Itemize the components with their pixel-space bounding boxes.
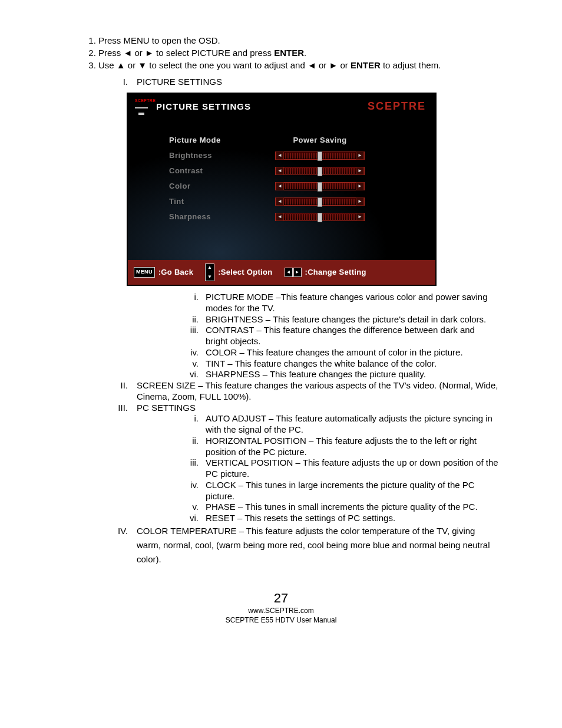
- main-ordered-list: Press MENU to open the OSD. Press ◄ or ►…: [63, 35, 499, 71]
- slider-thumb[interactable]: [318, 197, 322, 207]
- slider-left-arrow-icon[interactable]: ◄: [276, 167, 284, 175]
- slider-right-arrow-icon[interactable]: ►: [356, 197, 364, 206]
- contrast-desc: CONTRAST – This feature changes the diff…: [206, 325, 499, 347]
- slider-right-arrow-icon[interactable]: ►: [356, 151, 364, 160]
- osd-title: PICTURE SETTINGS: [156, 101, 251, 113]
- picture-sub-list: i.PICTURE MODE –This feature changes var…: [181, 292, 499, 380]
- osd-picture-mode-label: Picture Mode: [169, 136, 275, 145]
- vpos-desc: VERTICAL POSITION – This feature adjusts…: [206, 457, 499, 480]
- up-down-key-icon: ▲▼: [205, 263, 214, 281]
- osd-brand-logo: SCEPTRE: [368, 100, 426, 113]
- sub-num: vi.: [181, 369, 206, 380]
- left-right-key-icon: ◄►: [285, 268, 302, 277]
- sub-num: v.: [181, 502, 206, 513]
- sub-num: i.: [181, 413, 206, 436]
- roman-I-label: PICTURE SETTINGS: [137, 77, 499, 88]
- page-content: Press MENU to open the OSD. Press ◄ or ►…: [63, 35, 499, 625]
- step-2-text-a: Press ◄ or ► to select PICTURE and press: [98, 48, 274, 58]
- roman-II-text: SCREEN SIZE – This feature changes the v…: [137, 380, 499, 403]
- roman-II-num: II.: [98, 380, 137, 403]
- osd-sharpness-label: Sharpness: [169, 212, 275, 222]
- clock-desc: CLOCK – This tunes in large increments t…: [206, 480, 499, 502]
- osd-sharpness-slider[interactable]: ◄ ►: [275, 213, 365, 221]
- roman-II: II. SCREEN SIZE – This feature changes t…: [98, 380, 499, 403]
- osd-select-label: :Select Option: [218, 268, 272, 277]
- osd-tint-slider[interactable]: ◄ ►: [275, 197, 365, 206]
- roman-III: III. PC SETTINGS: [98, 403, 499, 414]
- picture-mode-desc: PICTURE MODE –This feature changes vario…: [206, 292, 499, 314]
- slider-left-arrow-icon[interactable]: ◄: [276, 151, 284, 160]
- osd-color-row[interactable]: Color ◄ ►: [169, 179, 421, 194]
- osd-contrast-row[interactable]: Contrast ◄ ►: [169, 163, 421, 179]
- footer-url: www.SCEPTRE.com: [63, 607, 499, 616]
- roman-I-num: I.: [98, 77, 137, 88]
- osd-color-slider[interactable]: ◄ ►: [275, 182, 365, 190]
- roman-list: I. PICTURE SETTINGS SCEPTRE PICTURE SETT…: [63, 77, 499, 566]
- osd-tint-row[interactable]: Tint ◄ ►: [169, 194, 421, 209]
- sub-num: v.: [181, 358, 206, 370]
- step-3-text-a: Use ▲ or ▼ to select the one you want to…: [98, 60, 351, 70]
- step-1: Press MENU to open the OSD.: [98, 35, 499, 47]
- sub-num: i.: [181, 292, 206, 314]
- slider-left-arrow-icon[interactable]: ◄: [276, 182, 284, 190]
- slider-thumb[interactable]: [318, 151, 322, 161]
- roman-IV-text: COLOR TEMPERATURE – This feature adjusts…: [137, 524, 499, 566]
- menu-key-icon: MENU: [134, 267, 155, 278]
- pc-sub-list: i.AUTO ADJUST – This feature automatical…: [181, 413, 499, 524]
- sub-num: iii.: [181, 457, 206, 480]
- step-3-enter: ENTER: [351, 60, 381, 70]
- osd-brightness-slider[interactable]: ◄ ►: [275, 151, 365, 160]
- osd-tint-label: Tint: [169, 197, 275, 206]
- step-2: Press ◄ or ► to select PICTURE and press…: [98, 48, 499, 59]
- sub-num: iii.: [181, 325, 206, 347]
- osd-picture-mode-row[interactable]: Picture Mode Power Saving: [169, 133, 421, 148]
- roman-I: I. PICTURE SETTINGS: [98, 77, 499, 88]
- sub-num: iv.: [181, 480, 206, 502]
- color-desc: COLOR – This feature changes the amount …: [206, 347, 499, 358]
- slider-thumb[interactable]: [318, 167, 322, 176]
- page-footer: 27 www.SCEPTRE.com SCEPTRE E55 HDTV User…: [63, 590, 499, 625]
- osd-contrast-label: Contrast: [169, 166, 275, 176]
- step-2-text-c: .: [304, 48, 306, 58]
- brightness-desc: BRIGHTNESS – This feature changes the pi…: [206, 314, 499, 325]
- slider-right-arrow-icon[interactable]: ►: [356, 167, 364, 175]
- osd-brightness-row[interactable]: Brightness ◄ ►: [169, 148, 421, 163]
- osd-contrast-slider[interactable]: ◄ ►: [275, 167, 365, 175]
- page-number: 27: [63, 590, 499, 607]
- sharpness-desc: SHARPNESS – This feature changes the pic…: [206, 369, 499, 380]
- tint-desc: TINT – This feature changes the white ba…: [206, 358, 499, 370]
- osd-color-label: Color: [169, 182, 275, 191]
- footer-manual: SCEPTRE E55 HDTV User Manual: [63, 616, 499, 625]
- sub-num: vi.: [181, 513, 206, 524]
- slider-right-arrow-icon[interactable]: ►: [356, 182, 364, 190]
- osd-header: SCEPTRE PICTURE SETTINGS SCEPTRE: [128, 94, 435, 120]
- slider-left-arrow-icon[interactable]: ◄: [276, 213, 284, 221]
- slider-right-arrow-icon[interactable]: ►: [356, 213, 364, 221]
- auto-adjust-desc: AUTO ADJUST – This feature automatically…: [206, 413, 499, 436]
- roman-IV-num: IV.: [98, 524, 137, 566]
- osd-brightness-label: Brightness: [169, 151, 275, 160]
- step-3: Use ▲ or ▼ to select the one you want to…: [98, 60, 499, 71]
- osd-go-back-label: :Go Back: [158, 268, 193, 277]
- osd-picture-mode-value: Power Saving: [275, 136, 365, 145]
- sub-num: iv.: [181, 347, 206, 358]
- roman-III-text: PC SETTINGS: [137, 403, 499, 414]
- osd-sharpness-row[interactable]: Sharpness ◄ ►: [169, 209, 421, 225]
- osd-body: Picture Mode Power Saving Brightness ◄ ►…: [128, 120, 435, 260]
- step-3-text-c: to adjust them.: [381, 60, 441, 70]
- osd-footer: MENU :Go Back ▲▼ :Select Option ◄► :Chan…: [128, 260, 435, 285]
- osd-logo-icon: SCEPTRE: [135, 98, 151, 115]
- slider-left-arrow-icon[interactable]: ◄: [276, 197, 284, 206]
- step-2-enter: ENTER: [274, 48, 304, 58]
- slider-thumb[interactable]: [318, 213, 322, 222]
- slider-thumb[interactable]: [318, 182, 322, 192]
- osd-change-label: :Change Setting: [305, 268, 366, 277]
- hpos-desc: HORIZONTAL POSITION – This feature adjus…: [206, 436, 499, 458]
- phase-desc: PHASE – This tunes in small increments t…: [206, 502, 499, 513]
- roman-III-num: III.: [98, 403, 137, 414]
- sub-num: ii.: [181, 314, 206, 325]
- osd-panel: SCEPTRE PICTURE SETTINGS SCEPTRE Picture…: [127, 93, 437, 286]
- sub-num: ii.: [181, 436, 206, 458]
- reset-desc: RESET – This resets the settings of PC s…: [206, 513, 499, 524]
- roman-IV: IV. COLOR TEMPERATURE – This feature adj…: [98, 524, 499, 566]
